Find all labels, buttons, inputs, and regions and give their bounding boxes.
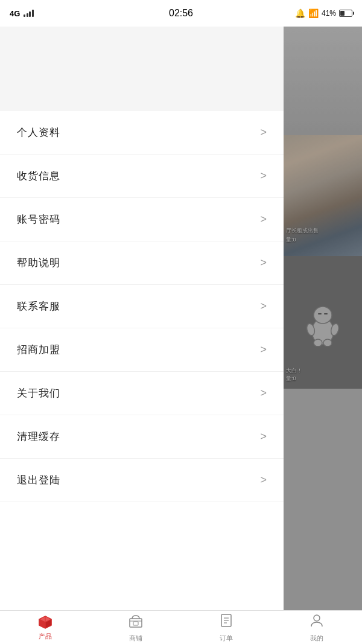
menu-label-franchise: 招商加盟: [17, 343, 60, 357]
svg-point-6: [314, 339, 322, 346]
bg-section-cartoon: 大白！ 量:0: [284, 256, 362, 389]
status-left: 4G: [10, 9, 34, 18]
menu-arrow-account-password: >: [260, 213, 267, 226]
menu-arrow-personal-info: >: [260, 126, 267, 139]
tab-shop[interactable]: 商铺: [91, 611, 181, 644]
notification-icon: 🔔: [295, 8, 305, 18]
svg-point-1: [314, 307, 332, 324]
menu-item-franchise[interactable]: 招商加盟 >: [0, 328, 284, 372]
menu-arrow-logout: >: [260, 474, 267, 486]
tab-products[interactable]: 产品: [0, 611, 91, 644]
bg-section-room: 厅长租或出售 量:0: [284, 135, 362, 256]
menu-arrow-customer-service: >: [260, 300, 267, 313]
room-text-1: 厅长租或出售: [286, 226, 362, 235]
menu-item-clear-cache[interactable]: 清理缓存 >: [0, 415, 284, 459]
signal-bar-4: [32, 10, 34, 17]
menu-item-about-us[interactable]: 关于我们 >: [0, 372, 284, 415]
status-right: 🔔 📶 41%: [295, 8, 352, 18]
menu-label-about-us: 关于我们: [17, 386, 60, 400]
status-time: 02:56: [169, 8, 193, 19]
status-bar: 4G 02:56 🔔 📶 41%: [0, 0, 362, 27]
signal-bar-2: [27, 13, 28, 17]
room-text-2: 量:0: [286, 235, 362, 244]
menu-item-personal-info[interactable]: 个人资料 >: [0, 111, 284, 155]
menu-arrow-help: >: [260, 257, 267, 269]
wifi-icon: 📶: [308, 8, 319, 18]
svg-point-20: [314, 615, 320, 621]
tab-label-mine: 我的: [310, 634, 323, 643]
menu-panel: 个人资料 > 收货信息 > 账号密码 > 帮助说明 > 联系客服 > 招商加盟 …: [0, 27, 284, 610]
main-content: 个人资料 > 收货信息 > 账号密码 > 帮助说明 > 联系客服 > 招商加盟 …: [0, 27, 362, 610]
room-text-overlay: 厅长租或出售 量:0: [286, 226, 362, 244]
menu-item-shipping-info[interactable]: 收货信息 >: [0, 155, 284, 198]
tab-mine[interactable]: 我的: [272, 611, 362, 644]
mine-icon: [309, 613, 325, 632]
cartoon-text: 大白！ 量:0: [286, 367, 302, 383]
menu-item-account-password[interactable]: 账号密码 >: [0, 198, 284, 241]
shop-icon: [128, 613, 144, 632]
svg-point-7: [323, 339, 332, 346]
signal-bar-3: [29, 11, 31, 17]
menu-label-shipping-info: 收货信息: [17, 169, 60, 183]
battery-indicator: [339, 10, 352, 17]
menu-item-logout[interactable]: 退出登陆 >: [0, 459, 284, 502]
tab-orders[interactable]: 订单: [181, 611, 272, 644]
orders-icon: [218, 613, 234, 632]
menu-label-personal-info: 个人资料: [17, 126, 60, 139]
bg-section-top: [284, 27, 362, 135]
tab-bar: 产品 商铺 订单: [0, 610, 362, 644]
tab-label-orders: 订单: [220, 634, 233, 643]
signal-bar-1: [24, 14, 25, 17]
background-panel: 厅长租或出售 量:0: [284, 27, 362, 610]
menu-label-customer-service: 联系客服: [17, 299, 60, 313]
signal-text: 4G: [10, 9, 20, 18]
cartoon-text-1: 大白！: [286, 367, 302, 375]
menu-label-help: 帮助说明: [17, 256, 60, 270]
tab-label-products: 产品: [39, 632, 52, 641]
tab-label-shop: 商铺: [129, 634, 142, 643]
svg-rect-13: [130, 619, 142, 627]
menu-label-clear-cache: 清理缓存: [17, 430, 60, 444]
battery-percent: 41%: [322, 9, 336, 18]
cartoon-svg: [305, 298, 341, 346]
menu-arrow-shipping-info: >: [260, 170, 267, 182]
menu-item-customer-service[interactable]: 联系客服 >: [0, 285, 284, 328]
menu-label-account-password: 账号密码: [17, 212, 60, 226]
products-icon: [37, 614, 53, 630]
svg-rect-14: [133, 622, 138, 625]
menu-top-area: [0, 27, 284, 111]
menu-label-logout: 退出登陆: [17, 473, 60, 487]
menu-item-help[interactable]: 帮助说明 >: [0, 241, 284, 285]
menu-arrow-clear-cache: >: [260, 430, 267, 443]
menu-list: 个人资料 > 收货信息 > 账号密码 > 帮助说明 > 联系客服 > 招商加盟 …: [0, 111, 284, 502]
menu-arrow-about-us: >: [260, 387, 267, 400]
menu-arrow-franchise: >: [260, 343, 267, 356]
cartoon-text-2: 量:0: [286, 375, 302, 383]
signal-bars: [24, 10, 34, 17]
